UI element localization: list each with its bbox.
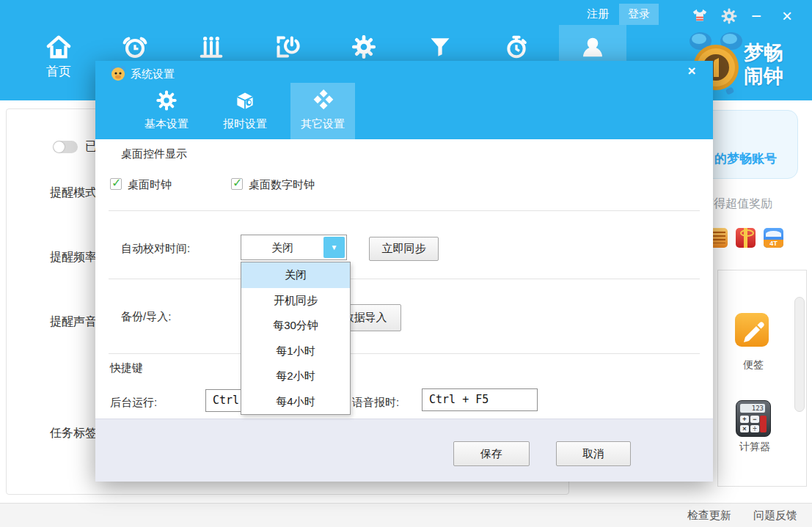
swoosh-shape xyxy=(766,231,781,237)
voice-time-hotkey-input[interactable]: Ctrl + F5 xyxy=(422,388,538,411)
gear-icon xyxy=(154,88,179,113)
candles-icon xyxy=(197,32,226,62)
shirt-icon xyxy=(690,7,709,26)
feedback-link[interactable]: 问题反馈 xyxy=(753,509,797,523)
nav-filter[interactable] xyxy=(425,32,455,62)
nav-home[interactable] xyxy=(44,32,73,62)
home-icon xyxy=(44,32,73,62)
nav-settings[interactable] xyxy=(349,32,378,62)
label-reminder-frequency: 提醒频率 xyxy=(50,250,97,265)
dropdown-option-every-1h[interactable]: 每1小时 xyxy=(241,339,350,364)
tab-basic-settings[interactable]: 基本设置 xyxy=(134,83,199,139)
close-icon: × xyxy=(687,63,695,78)
support-person-icon xyxy=(578,32,607,62)
gear-icon xyxy=(720,7,739,26)
dialog-close-button[interactable]: × xyxy=(682,62,701,80)
power-icon xyxy=(273,32,302,62)
divider xyxy=(109,353,700,354)
system-settings-dialog: 系统设置 × 基本设置 报时设置 其它设置 桌面控件显示 ✓ 桌面时钟 ✓ 桌面… xyxy=(95,61,713,482)
save-button[interactable]: 保存 xyxy=(453,441,530,466)
label-reminder-sound: 提醒声音 xyxy=(50,314,97,330)
tab-chime-settings[interactable]: 报时设置 xyxy=(213,83,277,139)
tool-calculator-button[interactable]: 123 + − × ÷ xyxy=(736,400,771,437)
nav-alarms[interactable] xyxy=(120,32,150,62)
tab-other-label: 其它设置 xyxy=(290,117,355,131)
divider xyxy=(109,279,700,279)
nav-power-tasks[interactable] xyxy=(273,32,302,62)
logo-line-2: 闹钟 xyxy=(744,65,783,88)
account-box-label: 的梦畅账号 xyxy=(714,150,777,167)
tool-calculator-label: 计算器 xyxy=(739,441,770,454)
dropdown-option-on-boot[interactable]: 开机同步 xyxy=(241,288,350,314)
check-icon: ✓ xyxy=(111,176,121,190)
hotkeys-heading: 快捷键 xyxy=(110,361,143,375)
check-icon: ✓ xyxy=(233,176,242,190)
app-window: 首页 注册 登录 − xyxy=(0,0,812,527)
close-icon: × xyxy=(778,7,797,26)
tab-other-settings[interactable]: 其它设置 xyxy=(290,83,355,139)
pencil-icon xyxy=(735,313,769,347)
nav-schedule[interactable] xyxy=(197,32,226,62)
tool-notes-label: 便签 xyxy=(743,358,764,372)
diamonds-icon xyxy=(310,88,335,113)
time-sync-dropdown-list: 关闭 开机同步 每30分钟 每1小时 每2小时 每4小时 xyxy=(241,262,351,415)
register-link[interactable]: 注册 xyxy=(587,7,609,21)
voice-time-label: 语音报时: xyxy=(352,396,399,410)
app-logo-text: 梦畅 闹钟 xyxy=(744,41,783,88)
checkbox-desktop-digital-clock-label[interactable]: 桌面数字时钟 xyxy=(249,178,315,192)
gear-icon xyxy=(349,32,378,62)
dropdown-option-every-4h[interactable]: 每4小时 xyxy=(241,389,350,415)
checkbox-desktop-clock-label[interactable]: 桌面时钟 xyxy=(128,178,172,192)
time-sync-label: 自动校对时间: xyxy=(121,242,190,256)
sync-now-button[interactable]: 立即同步 xyxy=(369,237,439,261)
cancel-button[interactable]: 取消 xyxy=(556,441,631,466)
background-run-label: 后台运行: xyxy=(110,396,157,410)
badge-4t: 4T xyxy=(764,240,783,248)
checkbox-desktop-clock[interactable]: ✓ xyxy=(110,178,122,190)
calc-multiply-key: × xyxy=(740,425,749,432)
tool-notes-button[interactable] xyxy=(735,313,769,347)
label-reminder-mode: 提醒模式 xyxy=(50,185,97,201)
backup-import-label: 备份/导入: xyxy=(121,310,171,324)
status-bar: 检查更新 问题反馈 xyxy=(0,503,812,527)
nav-home-label[interactable]: 首页 xyxy=(46,63,71,80)
speaker-box-icon xyxy=(233,88,257,113)
nav-support[interactable] xyxy=(578,32,607,62)
minimize-icon: − xyxy=(747,7,766,26)
calc-equals-key xyxy=(760,416,767,432)
stopwatch-icon xyxy=(502,32,531,62)
login-link[interactable]: 登录 xyxy=(619,4,659,25)
check-update-link[interactable]: 检查更新 xyxy=(687,509,731,523)
desktop-widgets-heading: 桌面控件显示 xyxy=(121,147,187,161)
time-sync-selected-value: 关闭 xyxy=(241,235,323,259)
skin-button[interactable] xyxy=(690,7,709,26)
reminder-toggle[interactable] xyxy=(53,141,78,153)
toggle-knob xyxy=(54,141,65,152)
nav-timer[interactable] xyxy=(502,32,531,62)
alarm-clock-icon xyxy=(120,32,150,62)
dialog-title: 系统设置 xyxy=(131,67,175,81)
checkbox-desktop-digital-clock[interactable]: ✓ xyxy=(231,178,243,190)
time-sync-select[interactable]: 关闭 ▼ xyxy=(241,235,347,260)
reward-4t-icon[interactable]: 4T xyxy=(764,228,783,248)
dialog-alarm-icon xyxy=(110,65,126,81)
calculator-screen: 123 xyxy=(740,404,765,413)
minimize-button[interactable]: − xyxy=(747,7,766,26)
dropdown-option-every-30min[interactable]: 每30分钟 xyxy=(241,313,350,339)
label-task-tag: 任务标签 xyxy=(50,426,97,441)
close-window-button[interactable]: × xyxy=(778,7,797,26)
dropdown-option-off[interactable]: 关闭 xyxy=(241,262,350,288)
settings-button[interactable] xyxy=(720,7,739,26)
tools-scrollbar[interactable] xyxy=(794,297,805,412)
calc-minus-key: − xyxy=(750,416,759,423)
calc-divide-key: ÷ xyxy=(750,425,759,432)
tab-basic-label: 基本设置 xyxy=(134,117,199,131)
chevron-down-icon[interactable]: ▼ xyxy=(323,237,345,258)
tools-sidebar-panel xyxy=(717,270,807,487)
logo-line-1: 梦畅 xyxy=(744,41,783,65)
divider xyxy=(109,210,700,211)
reward-gift-icon[interactable] xyxy=(736,228,756,248)
dropdown-option-every-2h[interactable]: 每2小时 xyxy=(241,364,350,389)
gift-bow xyxy=(740,229,754,237)
calc-plus-key: + xyxy=(740,416,749,423)
